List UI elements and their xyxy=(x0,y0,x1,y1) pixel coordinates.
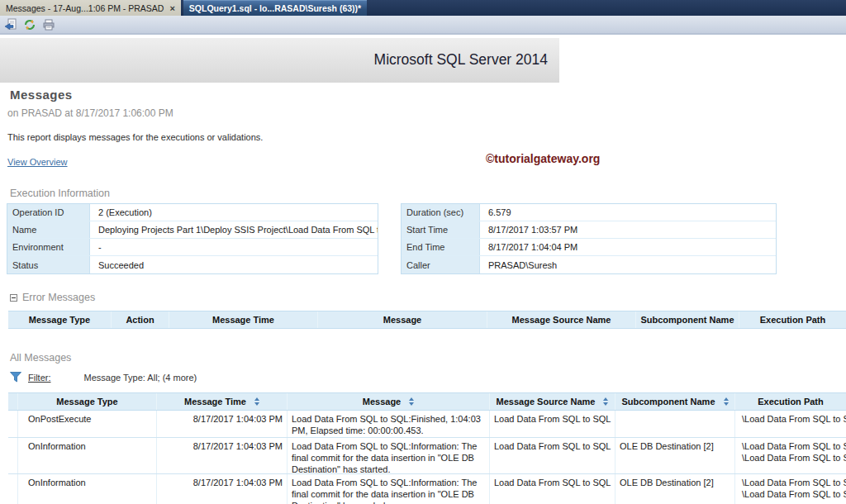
view-overview-link[interactable]: View Overview xyxy=(7,157,68,167)
page-title: Messages xyxy=(10,88,73,102)
table-row: Name Deploying Projects Part 1\Deploy SS… xyxy=(7,221,378,239)
refresh-button[interactable] xyxy=(22,17,37,32)
all-messages-table: Message Type Message Time Message Messag… xyxy=(8,392,846,504)
execution-path-line: \Load Data From SQL to SQL xyxy=(742,440,846,452)
message-cell: Load Data From SQL to SQL:Information: T… xyxy=(288,438,490,473)
row-label: Start Time xyxy=(402,221,480,238)
print-button[interactable] xyxy=(41,17,56,32)
row-value: 6.579 xyxy=(480,204,776,221)
column-header-message-time[interactable]: Message Time xyxy=(157,393,288,410)
column-header-message-source-name: Message Source Name xyxy=(487,311,636,328)
sort-icon[interactable] xyxy=(603,397,608,406)
table-row: End Time 8/17/2017 1:04:04 PM xyxy=(402,239,776,256)
report-toolbar xyxy=(0,16,846,35)
table-row: Environment - xyxy=(7,239,378,256)
tab-messages-report[interactable]: Messages - 17-Aug...1:06 PM - PRASAD × xyxy=(0,0,181,16)
execution-path-cell: \Load Data From SQL to SQL \Load Data Fr… xyxy=(735,474,846,504)
banner-title: Microsoft SQL Server 2014 xyxy=(374,51,548,69)
tab-messages-label: Messages - 17-Aug...1:06 PM - PRASAD xyxy=(6,3,164,13)
execution-path-line: \Load Data From SQL to SQL xyxy=(742,452,846,464)
execution-information-heading: Execution Information xyxy=(10,188,110,199)
column-header-message-type[interactable]: Message Type xyxy=(18,393,157,410)
refresh-icon xyxy=(23,18,36,31)
watermark-text: ©tutorialgateway.org xyxy=(486,152,600,165)
column-header-message[interactable]: Message xyxy=(288,393,490,410)
column-header-execution-path[interactable]: Execution Path xyxy=(735,393,846,410)
sort-icon[interactable] xyxy=(724,397,729,406)
row-label: Environment xyxy=(7,239,90,255)
row-selector-column-header xyxy=(8,393,18,410)
error-messages-heading: Error Messages xyxy=(10,292,95,303)
column-header-message-time: Message Time xyxy=(169,311,318,328)
table-row: OnInformation 8/17/2017 1:04:03 PM Load … xyxy=(8,438,846,474)
execution-path-line: \Load Data From SQL to SQL xyxy=(742,488,846,500)
collapse-icon[interactable] xyxy=(10,294,17,302)
message-cell: Load Data From SQL to SQL:Finished, 1:04… xyxy=(288,411,490,437)
table-row: Operation ID 2 (Execution) xyxy=(7,204,378,221)
table-row: Start Time 8/17/2017 1:03:57 PM xyxy=(402,221,776,239)
error-messages-heading-label: Error Messages xyxy=(22,292,95,303)
all-messages-heading: All Messages xyxy=(10,352,71,364)
sort-icon[interactable] xyxy=(409,397,414,406)
table-row: OnPostExecute 8/17/2017 1:04:03 PM Load … xyxy=(8,411,846,438)
navigate-back-icon xyxy=(4,18,17,31)
message-source-cell: Load Data From SQL to SQL xyxy=(490,474,615,504)
column-header-message-source-name[interactable]: Message Source Name xyxy=(490,393,615,410)
row-value: - xyxy=(90,239,378,255)
ssms-report-window: Messages - 17-Aug...1:06 PM - PRASAD × S… xyxy=(0,0,846,504)
table-row: Duration (sec) 6.579 xyxy=(402,204,776,221)
message-source-cell: Load Data From SQL to SQL xyxy=(490,438,615,473)
document-tab-bar: Messages - 17-Aug...1:06 PM - PRASAD × S… xyxy=(0,0,846,16)
message-type-cell: OnInformation xyxy=(18,474,157,504)
table-row: Status Succeeded xyxy=(7,256,378,273)
sort-icon[interactable] xyxy=(254,397,259,406)
row-label: Duration (sec) xyxy=(402,204,480,221)
subcomponent-cell: OLE DB Destination [2] xyxy=(615,438,735,473)
report-description: This report displays messages for the ex… xyxy=(7,132,263,142)
message-source-cell: Load Data From SQL to SQL xyxy=(490,411,615,437)
row-value: Deploying Projects Part 1\Deploy SSIS Pr… xyxy=(90,221,378,238)
execution-info-table-right: Duration (sec) 6.579 Start Time 8/17/201… xyxy=(401,203,777,274)
tab-sqlquery1-label: SQLQuery1.sql - lo...RASAD\Suresh (63))* xyxy=(189,3,361,13)
message-time-cell: 8/17/2017 1:04:03 PM xyxy=(157,438,288,473)
column-header-subcomponent-name: Subcomponent Name xyxy=(636,311,739,328)
message-time-cell: 8/17/2017 1:04:03 PM xyxy=(157,411,288,437)
row-selector-cell xyxy=(8,411,18,437)
row-label: Operation ID xyxy=(7,204,90,221)
filter-value: Message Type: All; (4 more) xyxy=(84,373,197,383)
row-value: 8/17/2017 1:04:04 PM xyxy=(480,239,776,255)
column-header-label: Message xyxy=(363,397,401,407)
column-header-subcomponent-name[interactable]: Subcomponent Name xyxy=(615,393,735,410)
all-messages-header-row: Message Type Message Time Message Messag… xyxy=(8,392,846,411)
column-header-message-type: Message Type xyxy=(8,311,112,328)
error-messages-table: Message Type Action Message Time Message… xyxy=(8,311,846,329)
close-icon[interactable]: × xyxy=(169,3,174,13)
row-value: 8/17/2017 1:03:57 PM xyxy=(480,221,776,238)
report-banner: Microsoft SQL Server 2014 xyxy=(0,38,559,83)
message-cell: Load Data From SQL to SQL:Information: T… xyxy=(288,474,490,504)
column-header-label: Message Source Name xyxy=(497,397,596,407)
execution-path-cell: \Load Data From SQL to SQL \Load Data Fr… xyxy=(735,438,846,473)
column-header-label: Execution Path xyxy=(758,397,823,407)
column-header-label: Subcomponent Name xyxy=(621,397,715,407)
execution-path-line: \Load Data From SQL to SQL xyxy=(742,477,846,488)
navigate-back-button[interactable] xyxy=(3,17,18,32)
column-header-label: Message Time xyxy=(184,397,246,407)
row-selector-cell xyxy=(8,474,18,504)
column-header-action: Action xyxy=(112,311,169,328)
message-type-cell: OnInformation xyxy=(18,438,157,473)
filter-link[interactable]: Filter: xyxy=(28,373,51,383)
row-label: Name xyxy=(7,221,90,238)
column-header-execution-path: Execution Path xyxy=(739,311,846,328)
table-row: OnInformation 8/17/2017 1:04:03 PM Load … xyxy=(8,474,846,504)
filter-bar: Filter: Message Type: All; (4 more) xyxy=(10,372,197,383)
error-table-header-row: Message Type Action Message Time Message… xyxy=(8,311,846,329)
tab-sqlquery1[interactable]: SQLQuery1.sql - lo...RASAD\Suresh (63))* xyxy=(183,0,367,16)
row-label: End Time xyxy=(402,239,480,255)
execution-info-table-left: Operation ID 2 (Execution) Name Deployin… xyxy=(7,203,378,274)
report-subtitle: on PRASAD at 8/17/2017 1:06:00 PM xyxy=(7,107,173,119)
execution-path-line: \Load Data From SQL to SQL xyxy=(742,413,846,425)
filter-icon[interactable] xyxy=(10,372,21,383)
subcomponent-cell xyxy=(615,411,735,437)
column-header-label: Message Type xyxy=(56,397,117,407)
